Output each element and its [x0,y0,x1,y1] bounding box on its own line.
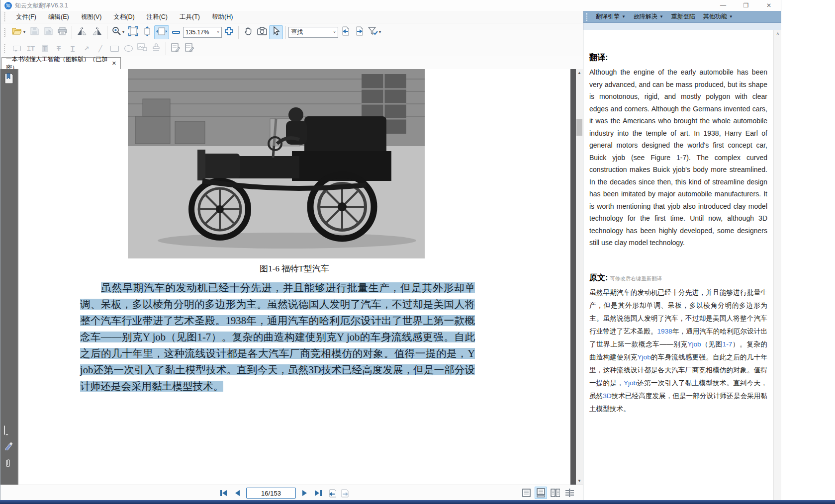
scroll-up-icon[interactable]: ▲ [576,69,583,77]
facing-continuous-icon [565,488,574,498]
other-functions-menu[interactable]: 其他功能 ▼ [699,11,737,22]
annotation-list-button[interactable] [169,42,183,56]
scrollbar-thumb[interactable] [576,119,582,136]
scroll-up-icon[interactable]: ˄ [774,30,782,38]
fit-page-button[interactable] [126,25,140,39]
troubleshoot-menu[interactable]: 故障解决 ▼ [630,11,667,22]
bookmarks-panel-button[interactable] [4,73,14,86]
menu-tools[interactable]: 工具(T) [174,11,206,23]
image-annotation-button[interactable] [135,42,149,56]
continuous-page-button[interactable] [535,487,547,499]
menu-view[interactable]: 视图(V) [75,11,108,23]
save-as-button[interactable] [41,25,55,39]
zoom-level-combobox[interactable]: 135.17% ˅ [183,27,222,38]
toolbar-grip[interactable] [4,44,5,53]
comments-panel-button[interactable] [4,426,13,435]
app-logo-icon: 知 [4,2,12,9]
facing-continuous-button[interactable] [563,487,576,499]
document-tab[interactable]: 一本书读懂人工智能（图解版）（已加密） ✕ [1,57,121,69]
relogin-menu[interactable]: 重新登陆 [667,11,699,22]
panel-scrollbar[interactable]: ˄ [773,30,781,501]
find-previous-icon [341,26,350,38]
taskbar-strip[interactable] [0,500,835,504]
previous-view-button[interactable] [327,489,336,498]
selected-text-highlight: 虽然早期汽车的发动机已经十分先进，并且能够进行批量生产，但是其外形却单调、呆板，… [80,282,475,392]
highlighter-icon [4,441,13,450]
facing-pages-button[interactable] [549,487,561,499]
ellipse-icon [124,45,133,52]
note-comment-button[interactable] [10,42,24,56]
rectangle-icon [110,46,119,52]
highlight-panel-button[interactable] [4,441,13,452]
highlight-text-button[interactable]: T [38,42,52,56]
document-scrollbar[interactable]: ▲ ▼ [576,69,583,485]
minus-icon [172,31,180,34]
ellipse-annotation-button[interactable] [121,42,135,56]
rotate-left-button[interactable] [75,25,90,39]
zoom-out-button[interactable] [169,25,183,39]
menu-edit[interactable]: 编辑(E) [42,11,75,23]
menu-file[interactable]: 文件(F) [10,11,42,23]
select-tool-button[interactable] [269,25,283,39]
open-file-button[interactable]: ▾ [10,25,27,39]
strikethrough-button[interactable]: T [52,42,66,56]
maximize-button[interactable]: ❐ [738,0,754,10]
chevron-down-icon: ▾ [23,30,25,34]
menu-document[interactable]: 文档(D) [107,11,140,23]
line-annotation-button[interactable]: ╱ [93,42,107,56]
translation-engine-menu[interactable]: 翻译引擎 ▼ [592,11,630,22]
arrow-annotation-button[interactable]: ↗ [80,42,93,56]
app-window: 知 知云文献翻译V6.3.1 — ❐ ✕ 文件(F) 编辑(E) 视图(V) 文… [0,0,781,501]
first-page-icon [220,490,228,497]
first-page-button[interactable] [219,489,228,498]
insert-text-button[interactable]: ⌶T [24,42,38,56]
close-button[interactable]: ✕ [761,0,777,10]
pagination [219,485,350,501]
filter-annotations-button[interactable]: ▾ [366,25,383,39]
next-view-button[interactable] [341,489,350,498]
next-page-icon [302,490,308,497]
toolbar-grip[interactable] [4,12,5,21]
toolbar-grip[interactable] [586,13,588,21]
print-button[interactable] [55,25,69,39]
menu-annotate[interactable]: 注释(C) [141,11,174,23]
attachments-panel-button[interactable] [4,459,13,471]
single-page-button[interactable] [520,487,533,499]
snapshot-tool-button[interactable] [255,25,269,39]
zoom-tool-button[interactable]: ▾ [110,25,126,39]
annotation-toolbar: ⌶T T T T ↗ ╱ [0,41,583,56]
stamp-annotation-button[interactable] [149,42,163,56]
toolbar-separator [238,26,239,39]
previous-page-button[interactable] [233,489,242,498]
fit-height-button[interactable] [140,25,154,39]
source-text: 虽然早期汽车的发动机已经十分先进，并且能够进行批量生产，但是其外形却单调、呆板，… [589,286,767,416]
rotate-right-button[interactable] [90,25,104,39]
save-button[interactable] [27,25,41,39]
next-page-button[interactable] [300,489,309,498]
scroll-down-icon[interactable]: ▼ [576,477,583,485]
search-combobox[interactable]: 查找 ˅ [288,27,338,38]
cursor-icon [272,26,280,38]
find-previous-button[interactable] [338,25,352,39]
rectangle-annotation-button[interactable] [107,42,121,56]
menu-help[interactable]: 帮助(H) [206,11,239,23]
zoom-in-button[interactable] [222,25,236,39]
line-icon: ╱ [98,45,102,52]
last-page-button[interactable] [314,489,323,498]
facing-pages-icon [551,488,560,498]
toolbar-grip[interactable] [4,28,5,37]
annotation-manage-button[interactable] [183,42,196,56]
page-number-input[interactable] [246,488,296,499]
minimize-button[interactable]: — [715,0,731,10]
rotate-right-icon [92,27,102,38]
translation-panel: 翻译引擎 ▼ 故障解决 ▼ 重新登陆 其他功能 ▼ 翻译: Although [583,11,781,501]
toolbar-separator [72,26,72,39]
tab-close-icon[interactable]: ✕ [112,60,116,67]
hand-tool-button[interactable] [241,25,255,39]
find-next-button[interactable] [352,25,366,39]
continuous-page-icon [536,488,546,498]
underline-button[interactable]: T [66,42,80,56]
translation-panel-menubar: 翻译引擎 ▼ 故障解决 ▼ 重新登陆 其他功能 ▼ [583,11,781,23]
fit-width-button[interactable] [154,25,169,39]
toolbar-separator [285,26,286,39]
